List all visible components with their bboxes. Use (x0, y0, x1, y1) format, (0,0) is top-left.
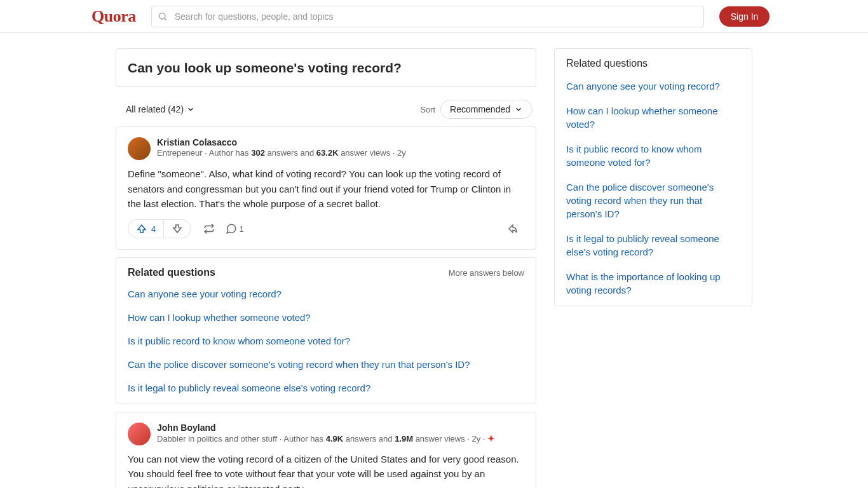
sort-value: Recommended (450, 104, 510, 114)
sort-wrap: Sort Recommended (420, 100, 532, 119)
sidebar-related-card: Related questions Can anyone see your vo… (554, 48, 752, 306)
search-input[interactable] (151, 6, 704, 27)
comment-count: 1 (240, 224, 244, 234)
question-card: Can you look up someone's voting record? (116, 48, 536, 87)
related-link[interactable]: How can I lookup whether someone voted? (128, 311, 524, 324)
svg-line-1 (165, 18, 166, 20)
sidebar-link[interactable]: Is it legal to publicly reveal someone e… (566, 232, 740, 259)
answer-body: Define "someone". Also, what kind of vot… (128, 166, 524, 211)
filter-label: All related (42) (126, 104, 184, 114)
sort-button[interactable]: Recommended (440, 100, 532, 119)
upvote-count: 4 (151, 224, 156, 234)
author-row: Kristian Colasacco Entrepeneur · Author … (128, 137, 524, 160)
related-list: Can anyone see your voting record? How c… (128, 287, 524, 395)
author-info: Kristian Colasacco Entrepeneur · Author … (157, 137, 524, 160)
sort-label: Sort (420, 105, 435, 114)
author-meta: Dabbler in politics and other stuff · Au… (157, 433, 524, 444)
related-link[interactable]: Can the police discover someone's voting… (128, 358, 524, 371)
related-inline-card: Related questions More answers below Can… (116, 257, 536, 404)
related-header: Related questions More answers below (128, 267, 524, 278)
logo[interactable]: Quora (15, 7, 136, 26)
svg-point-0 (159, 13, 165, 18)
author-meta: Entrepeneur · Author has 302 answers and… (157, 148, 524, 158)
sidebar-link[interactable]: What is the importance of looking up vot… (566, 270, 740, 297)
search-wrap (151, 6, 704, 27)
share-button[interactable] (501, 219, 524, 239)
question-title: Can you look up someone's voting record? (128, 59, 524, 76)
downvote-icon (172, 223, 183, 234)
author-name[interactable]: Kristian Colasacco (157, 137, 524, 147)
author-info: John Boyland Dabbler in politics and oth… (157, 423, 524, 445)
sidebar-link[interactable]: Can anyone see your voting record? (566, 79, 740, 93)
upvote-icon (136, 223, 147, 234)
filter-bar: All related (42) Sort Recommended (116, 95, 536, 126)
sidebar-link[interactable]: How can I lookup whether someone voted? (566, 104, 740, 131)
action-bar: 4 1 (128, 219, 524, 239)
comment-icon (226, 223, 237, 234)
share-icon (507, 223, 519, 234)
downvote-button[interactable] (164, 220, 191, 238)
answer-card: John Boyland Dabbler in politics and oth… (116, 412, 536, 488)
chevron-down-icon (514, 105, 523, 114)
answer-card: Kristian Colasacco Entrepeneur · Author … (116, 126, 536, 250)
avatar[interactable] (128, 423, 151, 445)
sidebar-link[interactable]: Can the police discover someone's voting… (566, 180, 740, 220)
sidebar-title: Related questions (566, 58, 740, 69)
sidebar-list: Can anyone see your voting record? How c… (566, 79, 740, 297)
upvote-button[interactable]: 4 (128, 220, 164, 238)
sidebar-link[interactable]: Is it public record to know whom someone… (566, 142, 740, 169)
main-column: Can you look up someone's voting record?… (116, 48, 536, 488)
related-link[interactable]: Is it legal to publicly reveal someone e… (128, 381, 524, 395)
container: Can you look up someone's voting record?… (116, 33, 752, 488)
author-name[interactable]: John Boyland (157, 423, 524, 433)
plus-badge-icon: ✦ (487, 433, 495, 444)
search-icon (158, 11, 168, 22)
answer-body: You can not view the voting record of a … (128, 452, 524, 488)
related-link[interactable]: Is it public record to know whom someone… (128, 334, 524, 348)
more-answers-link[interactable]: More answers below (449, 268, 524, 278)
chevron-down-icon (186, 105, 195, 114)
avatar[interactable] (128, 137, 151, 160)
filter-dropdown[interactable]: All related (42) (119, 102, 201, 117)
repost-icon (203, 223, 215, 234)
vote-pill: 4 (128, 219, 191, 238)
comment-button[interactable]: 1 (223, 219, 246, 239)
related-link[interactable]: Can anyone see your voting record? (128, 287, 524, 301)
author-row: John Boyland Dabbler in politics and oth… (128, 423, 524, 445)
related-title: Related questions (128, 267, 215, 278)
header: Quora Sign In (0, 0, 868, 33)
side-column: Related questions Can anyone see your vo… (554, 48, 752, 314)
signin-button[interactable]: Sign In (719, 6, 770, 27)
repost-button[interactable] (198, 219, 220, 239)
